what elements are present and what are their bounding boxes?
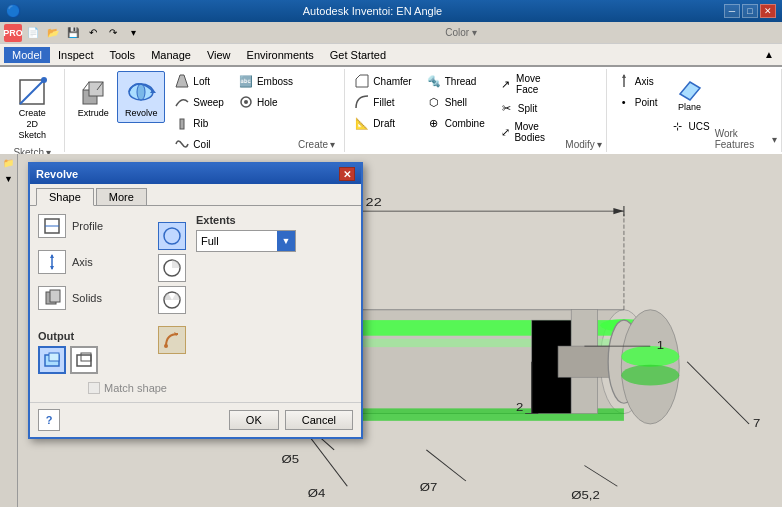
coil-button[interactable]: Coil (169, 134, 229, 154)
hole-button[interactable]: Hole (233, 92, 298, 112)
loft-button[interactable]: Loft (169, 71, 229, 91)
split-button[interactable]: ✂ Split (494, 98, 566, 118)
extrude-button[interactable]: Extrude (69, 71, 117, 123)
tab-more[interactable]: More (96, 188, 147, 205)
work-features-group-label: Work Features ▾ (715, 126, 777, 150)
draft-button[interactable]: 📐 Draft (349, 113, 416, 133)
move-face-icon: ↗ (499, 76, 513, 92)
extents-dropdown-arrow[interactable]: ▼ (277, 231, 295, 251)
menu-environments[interactable]: Environments (239, 47, 322, 63)
menu-get-started[interactable]: Get Started (322, 47, 394, 63)
rib-button[interactable]: Rib (169, 113, 229, 133)
ucs-button[interactable]: ⊹ UCS (665, 116, 715, 136)
dialog-title-bar[interactable]: Revolve ✕ (30, 164, 361, 184)
redo-button[interactable]: ↷ (104, 24, 122, 42)
combine-button[interactable]: ⊕ Combine (421, 113, 490, 133)
hole-icon (238, 94, 254, 110)
create-group-arrow[interactable]: ▾ (330, 139, 335, 150)
create-group-label: Create ▾ (298, 137, 335, 150)
match-shape-checkbox[interactable] (88, 382, 100, 394)
ok-button[interactable]: OK (229, 410, 279, 430)
menu-view[interactable]: View (199, 47, 239, 63)
dialog-title: Revolve (36, 168, 339, 180)
chamfer-icon (354, 73, 370, 89)
direction-full-button[interactable] (158, 222, 186, 250)
new-file-button[interactable]: 📄 (24, 24, 42, 42)
svg-text:Ø7: Ø7 (420, 482, 438, 494)
minimize-button[interactable]: ─ (724, 4, 740, 18)
open-button[interactable]: 📂 (44, 24, 62, 42)
filter-icon[interactable]: ▼ (2, 172, 16, 186)
svg-text:Ø4: Ø4 (308, 487, 326, 499)
direction-half-button[interactable] (158, 254, 186, 282)
qa-more-button[interactable]: ▾ (124, 24, 142, 42)
close-button[interactable]: ✕ (760, 4, 776, 18)
svg-marker-10 (176, 75, 188, 87)
fillet-button[interactable]: Fillet (349, 92, 416, 112)
canvas-area: 22 2 1 7 Ø5 Ø4 (18, 154, 782, 507)
point-icon: • (616, 94, 632, 110)
modify-group-arrow[interactable]: ▾ (597, 139, 602, 150)
output-surface-button[interactable] (70, 346, 98, 374)
main-area: 📁 ▼ (0, 154, 782, 507)
point-button[interactable]: • Point (611, 92, 663, 112)
create-2d-sketch-button[interactable]: Create2D Sketch (6, 71, 58, 145)
svg-rect-70 (81, 353, 91, 361)
plane-label: Plane (678, 102, 701, 112)
undo-button[interactable]: ↶ (84, 24, 102, 42)
direction-asymm-button[interactable] (158, 286, 186, 314)
svg-point-74 (164, 344, 168, 348)
dialog-body: Profile (30, 205, 361, 402)
expand-ribbon-button[interactable]: ▲ (760, 46, 778, 64)
revolve-direction-button[interactable] (158, 326, 186, 354)
chamfer-button[interactable]: Chamfer (349, 71, 416, 91)
move-face-button[interactable]: ↗ Move Face (494, 71, 566, 97)
work-features-group-arrow[interactable]: ▾ (772, 134, 777, 145)
axis-button[interactable]: Axis (611, 71, 663, 91)
app-menu-button[interactable]: PRO (4, 24, 22, 42)
svg-point-2 (41, 77, 47, 83)
save-button[interactable]: 💾 (64, 24, 82, 42)
menu-inspect[interactable]: Inspect (50, 47, 101, 63)
axis-select-button[interactable] (38, 250, 66, 274)
svg-text:Ø5,2: Ø5,2 (571, 489, 600, 501)
menu-manage[interactable]: Manage (143, 47, 199, 63)
move-bodies-icon: ⤢ (499, 124, 512, 140)
sweep-icon (174, 94, 190, 110)
maximize-button[interactable]: □ (742, 4, 758, 18)
combine-icon: ⊕ (426, 115, 442, 131)
menu-model[interactable]: Model (4, 47, 50, 63)
help-button[interactable]: ? (38, 409, 60, 431)
svg-point-36 (621, 365, 679, 386)
profile-select-button[interactable] (38, 214, 66, 238)
browser-icon[interactable]: 📁 (2, 156, 16, 170)
match-shape-row: Match shape (88, 382, 353, 394)
thread-button[interactable]: 🔩 Thread (421, 71, 490, 91)
emboss-button[interactable]: 🔤 Emboss (233, 71, 298, 91)
cancel-button[interactable]: Cancel (285, 410, 353, 430)
move-bodies-button[interactable]: ⤢ Move Bodies (494, 119, 566, 145)
svg-text:1: 1 (657, 340, 665, 352)
solids-label: Solids (72, 292, 102, 304)
svg-marker-16 (622, 74, 626, 78)
emboss-icon: 🔤 (238, 73, 254, 89)
quick-access-toolbar: PRO 📄 📂 💾 ↶ ↷ ▾ Color ▾ (0, 22, 782, 44)
ribbon-group-sketch: Create2D Sketch Sketch ▾ (0, 69, 65, 152)
extents-select[interactable]: Full ▼ (196, 230, 296, 252)
profile-row: Profile (38, 214, 148, 238)
sweep-button[interactable]: Sweep (169, 92, 229, 112)
direction-column (158, 222, 186, 374)
tab-shape[interactable]: Shape (36, 188, 94, 206)
plane-button[interactable]: Plane (665, 71, 715, 115)
output-solid-button[interactable] (38, 346, 66, 374)
app-logo-icon: 🔵 (6, 4, 21, 18)
solids-select-button[interactable] (38, 286, 66, 310)
revolve-button[interactable]: Revolve (117, 71, 165, 123)
profile-label: Profile (72, 220, 103, 232)
ribbon: Create2D Sketch Sketch ▾ Extrude (0, 66, 782, 154)
dialog-close-button[interactable]: ✕ (339, 167, 355, 181)
menu-tools[interactable]: Tools (101, 47, 143, 63)
svg-rect-68 (49, 353, 59, 361)
ribbon-group-create: Extrude Revolve (65, 69, 345, 152)
shell-button[interactable]: ⬡ Shell (421, 92, 490, 112)
